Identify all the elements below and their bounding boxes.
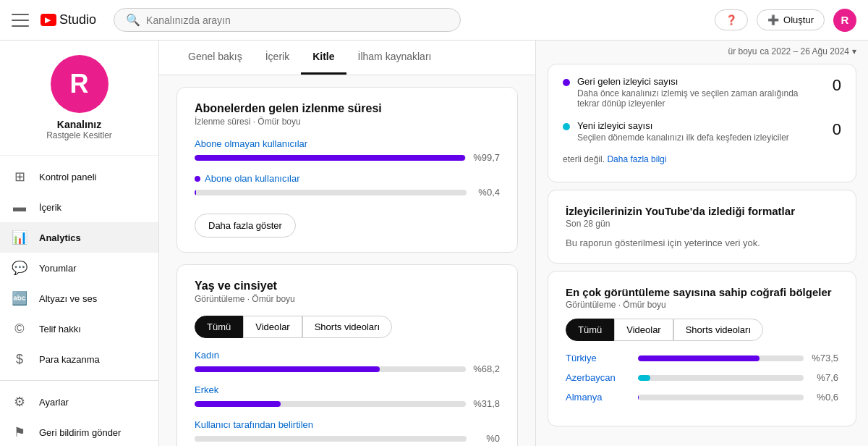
- region-name-2[interactable]: Almanya: [566, 392, 631, 403]
- user-avatar[interactable]: R: [833, 9, 856, 32]
- copyright-icon: ©: [12, 321, 27, 337]
- tab-ilham[interactable]: İlham kaynakları: [346, 41, 443, 75]
- watch-time-bar-wrap-0: %99,7: [195, 152, 500, 163]
- settings-icon: ⚙: [12, 394, 27, 410]
- tooltip-row-1: Yeni izleyici sayısı Seçilen dönemde kan…: [563, 120, 841, 143]
- sidebar-item-analytics[interactable]: 📊 Analytics: [0, 222, 158, 253]
- nav-right: ❓ ➕ Oluştur R: [715, 9, 856, 32]
- watch-time-row-0: Abone olmayan kullanıcılar %99,7: [195, 138, 500, 163]
- sidebar: R Kanalınız Rastgele Kesitler ⊞ Kontrol …: [0, 41, 159, 446]
- tooltip-value-0: 0: [824, 76, 841, 95]
- gender-row-1: Erkek %31,8: [195, 384, 500, 409]
- watch-time-label-text-0[interactable]: Abone olmayan kullanıcılar: [195, 138, 307, 149]
- create-icon: ➕: [767, 14, 779, 25]
- formats-sub: Son 28 gün: [566, 219, 838, 229]
- sidebar-bottom: ⚙ Ayarlar ⚑ Geri bildirim gönder: [0, 380, 158, 446]
- watch-time-sub: İzlenme süresi · Ömür boyu: [195, 117, 500, 127]
- tooltip-info-0: Geri gelen izleyici sayısı Daha önce kan…: [577, 76, 817, 109]
- sidebar-item-dashboard-label: Kontrol paneli: [39, 172, 97, 182]
- gender-label-0: Kadın: [195, 350, 500, 361]
- sidebar-item-copyright[interactable]: © Telif hakkı: [0, 314, 158, 344]
- region-bar-0: [638, 355, 804, 361]
- help-button[interactable]: ❓: [715, 9, 748, 30]
- gender-fill-1: [195, 401, 281, 407]
- tooltip-info-1: Yeni izleyici sayısı Seçilen dönemde kan…: [577, 120, 817, 143]
- region-bar-2: [638, 395, 804, 400]
- region-row-0: Türkiye %73,5: [566, 353, 838, 363]
- gender-label-text-2[interactable]: Kullanıcı tarafından belirtilen: [195, 419, 313, 430]
- channel-info: R Kanalınız Rastgele Kesitler: [0, 41, 158, 156]
- sidebar-item-subtitles-label: Altyazı ve ses: [39, 293, 97, 304]
- sidebar-item-settings-label: Ayarlar: [39, 397, 69, 408]
- sidebar-item-comments[interactable]: 💬 Yorumlar: [0, 253, 158, 283]
- sidebar-item-analytics-label: Analytics: [39, 232, 81, 243]
- watch-time-val-0: %99,7: [473, 152, 500, 163]
- region-row-1: Azerbaycan %7,6: [566, 372, 838, 383]
- watch-time-title: Abonelerden gelen izlenme süresi: [195, 102, 500, 115]
- show-more-button[interactable]: Daha fazla göster: [195, 214, 296, 237]
- gender-label-1: Erkek: [195, 384, 500, 395]
- region-fill-2: [638, 395, 639, 400]
- tooltip-label-0: Geri gelen izleyici sayısı: [577, 76, 817, 87]
- formats-card: İzleyicilerinizin YouTube'da izlediği fo…: [548, 190, 856, 264]
- studio-label: Studio: [59, 12, 96, 28]
- gender-bar-wrap-2: %0: [195, 433, 500, 444]
- tab-icerik[interactable]: İçerik: [254, 41, 301, 75]
- gender-tab-shorts[interactable]: Shorts videoları: [302, 316, 392, 338]
- formats-title: İzleyicilerinizin YouTube'da izlediği fo…: [566, 205, 838, 217]
- tooltip-dot-0: [563, 79, 570, 86]
- analytics-icon: 📊: [12, 230, 27, 245]
- tooltip-desc-1: Seçilen dönemde kanalınızı ilk defa keşf…: [577, 132, 817, 143]
- youtube-logo: [41, 14, 56, 26]
- gender-val-1: %31,8: [473, 398, 500, 409]
- left-panel: Genel bakış İçerik Kitle İlham kaynaklar…: [159, 41, 535, 446]
- dashboard-icon: ⊞: [12, 169, 27, 185]
- sidebar-item-monetization[interactable]: $ Para kazanma: [0, 344, 158, 374]
- gender-val-0: %68,2: [473, 363, 500, 374]
- gender-tab-videos[interactable]: Videolar: [243, 316, 302, 338]
- gender-tab-all[interactable]: Tümü: [195, 316, 243, 338]
- date-range-value: ca 2022 – 26 Ağu 2024: [760, 46, 849, 56]
- sidebar-item-subtitles[interactable]: 🔤 Altyazı ve ses: [0, 283, 158, 314]
- sidebar-item-copyright-label: Telif hakkı: [39, 324, 81, 334]
- tab-kitle[interactable]: Kitle: [301, 41, 346, 75]
- gender-row-2: Kullanıcı tarafından belirtilen %0: [195, 419, 500, 444]
- content-area: Genel bakış İçerik Kitle İlham kaynaklar…: [159, 41, 868, 446]
- menu-icon[interactable]: [12, 12, 29, 29]
- region-fill-0: [638, 355, 760, 361]
- subtitles-icon: 🔤: [12, 290, 27, 306]
- logo: Studio: [41, 12, 96, 28]
- sidebar-item-settings[interactable]: ⚙ Ayarlar: [0, 387, 158, 417]
- chevron-down-icon: ▾: [852, 46, 856, 56]
- learn-more-link[interactable]: Daha fazla bilgi: [607, 154, 666, 164]
- sidebar-item-feedback[interactable]: ⚑ Geri bildirim gönder: [0, 417, 158, 446]
- regions-title: En çok görüntüleme sayısına sahip coğraf…: [566, 286, 838, 298]
- search-icon: 🔍: [126, 13, 140, 27]
- sidebar-item-dashboard[interactable]: ⊞ Kontrol paneli: [0, 161, 158, 192]
- tooltip-card: Geri gelen izleyici sayısı Daha önce kan…: [548, 64, 856, 182]
- watch-time-fill-1: [195, 190, 196, 195]
- sidebar-item-content[interactable]: ▬ İçerik: [0, 192, 158, 222]
- sidebar-item-comments-label: Yorumlar: [39, 263, 77, 274]
- watch-time-bar-wrap-1: %0,4: [195, 187, 500, 198]
- formats-no-data: Bu raporun gösterilmesi için yeterince v…: [566, 237, 838, 248]
- feedback-icon: ⚑: [12, 424, 27, 440]
- gender-bar-1: [195, 401, 466, 407]
- regions-tab-shorts[interactable]: Shorts videoları: [673, 319, 763, 341]
- search-bar[interactable]: 🔍: [114, 8, 461, 32]
- create-button[interactable]: ➕ Oluştur: [757, 9, 825, 30]
- gender-label-text-1[interactable]: Erkek: [195, 384, 218, 395]
- date-range[interactable]: ür boyu ca 2022 – 26 Ağu 2024 ▾: [536, 41, 868, 56]
- search-input[interactable]: [146, 14, 448, 26]
- region-name-1[interactable]: Azerbaycan: [566, 372, 631, 383]
- gender-label-text-0[interactable]: Kadın: [195, 350, 219, 361]
- nav-items: ⊞ Kontrol paneli ▬ İçerik 📊 Analytics 💬 …: [0, 156, 158, 380]
- region-row-2: Almanya %0,6: [566, 392, 838, 403]
- top-nav: Studio 🔍 ❓ ➕ Oluştur R: [0, 0, 868, 41]
- region-name-0[interactable]: Türkiye: [566, 353, 631, 363]
- regions-tab-videos[interactable]: Videolar: [614, 319, 673, 341]
- tab-genel[interactable]: Genel bakış: [176, 41, 254, 75]
- regions-tab-all[interactable]: Tümü: [566, 319, 614, 341]
- watch-time-label-text-1[interactable]: Abone olan kullanıcılar: [205, 173, 300, 184]
- regions-card: En çok görüntüleme sayısına sahip coğraf…: [548, 271, 856, 426]
